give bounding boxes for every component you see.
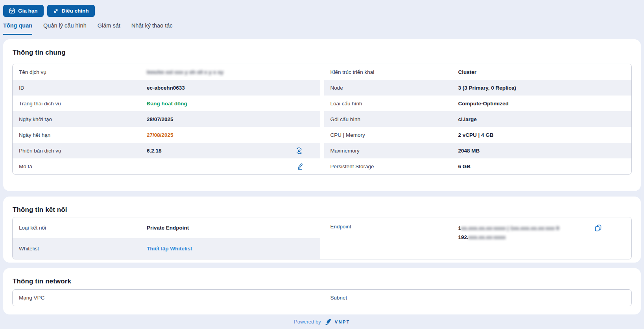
config-package-value: ci.large <box>458 116 477 122</box>
service-status-value: Đang hoạt động <box>147 101 187 107</box>
table-row: Trạng thái dịch vụ Đang hoạt động <box>13 96 320 111</box>
table-row: Persistent Storage 6 GB <box>324 158 632 174</box>
table-row: Phiên bản dịch vụ 6.2.18 <box>13 143 320 158</box>
table-row: Tên dịch vụ lnnchn xxl xxx y xh xll x y … <box>13 64 320 80</box>
cpu-memory-label: CPU | Memory <box>330 132 458 138</box>
connection-info-title: Thông tin kết nối <box>13 206 641 214</box>
network-info-title: Thông tin network <box>13 278 641 285</box>
cpu-memory-value: 2 vCPU | 4 GB <box>458 132 494 138</box>
renew-button[interactable]: Gia hạn <box>3 5 44 17</box>
table-row: Node 3 (3 Primary, 0 Replica) <box>324 80 632 96</box>
expiry-date-value: 27/08/2025 <box>147 132 173 138</box>
table-row: Ngày hết hạn 27/08/2025 <box>13 127 320 143</box>
description-label: Mô tả <box>19 164 147 169</box>
config-type-value: Compute-Optimized <box>458 101 509 107</box>
persistent-storage-value: 6 GB <box>458 164 471 169</box>
table-row: Ngày khởi tạo 28/07/2025 <box>13 111 320 127</box>
service-name-label: Tên dịch vụ <box>19 69 147 75</box>
endpoint-value-redacted: 1xx.xxx.xx.xx:xxxx | 1xx.xxx.xx.xx:xxx 9… <box>458 224 559 242</box>
tab-config-management[interactable]: Quản lý cấu hình <box>43 22 87 35</box>
expiry-date-label: Ngày hết hạn <box>19 132 147 138</box>
subnet-label: Subnet <box>330 295 458 301</box>
copy-icon[interactable] <box>595 224 602 233</box>
table-row: Kiến trúc triển khai Cluster <box>324 64 632 80</box>
powered-by-text: Powered by <box>294 319 321 325</box>
table-row: Gói cấu hình ci.large <box>324 111 632 127</box>
endpoint-label: Endpoint <box>330 224 458 230</box>
service-id-value: ec-abcehn0633 <box>147 85 185 91</box>
vnpt-swoosh-icon <box>325 319 333 325</box>
node-label: Node <box>330 85 458 91</box>
config-type-label: Loại cấu hình <box>330 101 458 107</box>
network-right-column: Subnet <box>324 290 632 306</box>
tab-bar: Tổng quan Quản lý cấu hình Giám sát Nhật… <box>3 22 173 35</box>
connection-info-panel: Thông tin kết nối Loại kết nối Private E… <box>3 197 641 263</box>
network-info-table: Mạng VPC Subnet <box>12 289 632 306</box>
table-row: CPU | Memory 2 vCPU | 4 GB <box>324 127 632 143</box>
setup-whitelist-link[interactable]: Thiết lập Whitelist <box>147 246 192 252</box>
renew-button-label: Gia hạn <box>18 8 38 14</box>
architecture-value: Cluster <box>458 69 477 75</box>
table-row: Mô tả <box>13 158 320 174</box>
service-id-label: ID <box>19 85 147 91</box>
tab-action-log[interactable]: Nhật ký thao tác <box>131 22 173 35</box>
vnpt-logo: VNPT <box>325 319 350 325</box>
table-row: Mạng VPC <box>13 290 320 306</box>
connection-type-label: Loại kết nối <box>19 225 147 231</box>
connection-info-table: Loại kết nối Private Endpoint Whitelist … <box>12 217 632 259</box>
general-info-panel: Thông tin chung Tên dịch vụ lnnchn xxl x… <box>3 39 641 191</box>
table-row: Loại cấu hình Compute-Optimized <box>324 96 632 111</box>
network-left-column: Mạng VPC <box>13 290 320 306</box>
vnpt-wordmark: VNPT <box>335 320 350 324</box>
action-bar: Gia hạn Điều chỉnh <box>3 5 95 17</box>
adjust-button[interactable]: Điều chỉnh <box>47 5 95 17</box>
table-row: Whitelist Thiết lập Whitelist <box>13 238 320 259</box>
endpoint-line2-prefix: 192. <box>458 234 469 240</box>
table-row: Maxmemory 2048 MB <box>324 143 632 158</box>
service-detail-page: Gia hạn Điều chỉnh Tổng quan Quản lý cấu… <box>0 0 644 329</box>
architecture-label: Kiến trúc triển khai <box>330 69 458 75</box>
service-version-label: Phiên bản dịch vụ <box>19 148 147 154</box>
creation-date-value: 28/07/2025 <box>147 116 173 122</box>
general-info-right-column: Kiến trúc triển khai Cluster Node 3 (3 P… <box>324 64 632 174</box>
general-info-table: Tên dịch vụ lnnchn xxl xxx y xh xll x y … <box>12 64 632 175</box>
table-row: Subnet <box>324 290 632 306</box>
connection-left-column: Loại kết nối Private Endpoint Whitelist … <box>13 217 320 259</box>
table-row: ID ec-abcehn0633 <box>13 80 320 96</box>
endpoint-line2-mask: xxx.xx.xx:xxxx <box>469 234 506 240</box>
service-name-value-redacted: lnnchn xxl xxx y xh xll x y x xy <box>147 69 223 75</box>
vpc-label: Mạng VPC <box>19 295 147 301</box>
edit-icon[interactable] <box>297 163 303 170</box>
connection-right-column: Endpoint 1xx.xxx.xx.xx:xxxx | 1xx.xxx.xx… <box>324 217 632 259</box>
maxmemory-label: Maxmemory <box>330 148 458 154</box>
table-row: Loại kết nối Private Endpoint <box>13 217 320 238</box>
footer: Powered by VNPT <box>0 314 644 329</box>
endpoint-line1-mask: xx.xxx.xx.xx:xxxx | 1xx.xxx.xx.xx:xxx 9 <box>461 225 559 231</box>
creation-date-label: Ngày khởi tạo <box>19 116 147 122</box>
tab-monitoring[interactable]: Giám sát <box>98 22 120 35</box>
tab-overview[interactable]: Tổng quan <box>3 22 32 35</box>
maxmemory-value: 2048 MB <box>458 148 480 154</box>
persistent-storage-label: Persistent Storage <box>330 164 458 169</box>
general-info-left-column: Tên dịch vụ lnnchn xxl xxx y xh xll x y … <box>13 64 320 174</box>
service-status-label: Trạng thái dịch vụ <box>19 101 147 107</box>
config-package-label: Gói cấu hình <box>330 116 458 122</box>
table-row: Endpoint 1xx.xxx.xx.xx:xxxx | 1xx.xxx.xx… <box>324 217 632 259</box>
connection-type-value: Private Endpoint <box>147 225 189 231</box>
endpoint-line1-prefix: 1 <box>458 225 461 231</box>
whitelist-label: Whitelist <box>19 246 147 252</box>
network-info-panel: Thông tin network Mạng VPC Subnet <box>3 268 641 314</box>
adjust-button-label: Điều chỉnh <box>62 8 89 14</box>
node-value: 3 (3 Primary, 0 Replica) <box>458 85 517 91</box>
general-info-title: Thông tin chung <box>13 49 641 57</box>
resize-arrows-icon <box>53 8 59 14</box>
upgrade-version-icon[interactable] <box>295 147 303 154</box>
calendar-check-icon <box>9 8 15 14</box>
service-version-value: 6.2.18 <box>147 148 162 154</box>
